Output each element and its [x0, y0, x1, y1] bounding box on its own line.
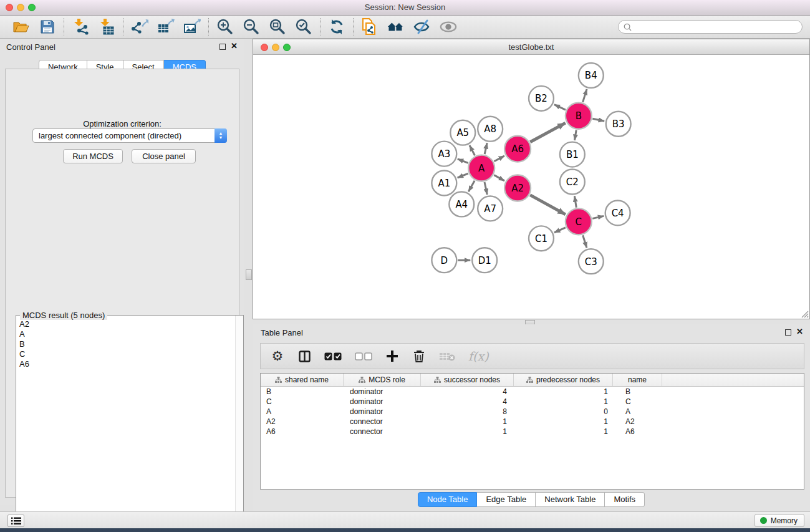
- column-header[interactable]: MCDS role: [344, 374, 421, 386]
- search-input[interactable]: [635, 22, 797, 31]
- graph-node-A1[interactable]: A1: [432, 171, 456, 196]
- table-row[interactable]: Bdominator41B: [261, 387, 804, 397]
- network-window-titlebar[interactable]: testGlobe.txt: [253, 39, 809, 55]
- table-cell[interactable]: A2: [261, 417, 344, 427]
- table-cell[interactable]: B: [613, 387, 662, 397]
- graph-node-C[interactable]: C: [566, 208, 592, 235]
- graph-node-A5[interactable]: A5: [450, 120, 475, 145]
- zoom-fit-icon[interactable]: [269, 19, 286, 35]
- table-cell[interactable]: A6: [261, 427, 344, 437]
- zoom-selected-icon[interactable]: [295, 19, 312, 35]
- table-cell[interactable]: 1: [514, 387, 613, 397]
- graph-edge-A-A1[interactable]: [458, 173, 468, 178]
- eye-icon[interactable]: [440, 19, 457, 35]
- graph-edge-A-A6[interactable]: [494, 156, 504, 162]
- save-session-icon[interactable]: [39, 19, 56, 35]
- graph-edge-A-A3[interactable]: [458, 159, 468, 163]
- column-manage-icon[interactable]: [297, 348, 311, 364]
- table-row[interactable]: A2connector11A2: [261, 417, 804, 427]
- network-canvas[interactable]: B4B2BB3A5A8A6B1A3AC2A1A2A4A7C4CC1C3DD1: [253, 56, 809, 319]
- graph-edge-C-C1[interactable]: [554, 228, 566, 233]
- table-cell[interactable]: dominator: [344, 387, 421, 397]
- tab-node-table[interactable]: Node Table: [418, 492, 478, 507]
- graph-node-B4[interactable]: B4: [579, 63, 604, 88]
- graph-edge-C-C2[interactable]: [574, 196, 576, 208]
- search-field[interactable]: [618, 20, 803, 34]
- table-cell[interactable]: 0: [514, 407, 613, 417]
- memory-button[interactable]: Memory: [755, 514, 804, 527]
- mcds-result-item[interactable]: A: [17, 329, 234, 339]
- zoom-in-icon[interactable]: [216, 19, 234, 35]
- tab-edge-table[interactable]: Edge Table: [477, 492, 536, 507]
- table-row[interactable]: Adominator80A: [261, 407, 804, 417]
- graph-node-A4[interactable]: A4: [449, 191, 474, 216]
- graph-edge-A6-B[interactable]: [530, 123, 566, 142]
- graph-edge-A-A2[interactable]: [494, 175, 504, 181]
- duplicate-network-icon[interactable]: [361, 19, 378, 35]
- table-row[interactable]: Cdominator41C: [261, 397, 804, 407]
- graph-node-B1[interactable]: B1: [560, 142, 585, 167]
- graph-edge-A-A4[interactable]: [468, 181, 475, 192]
- graph-edge-B-B2[interactable]: [554, 105, 566, 110]
- tab-motifs[interactable]: Motifs: [605, 492, 645, 507]
- table-cell[interactable]: 1: [421, 417, 514, 427]
- table-cell[interactable]: 8: [421, 407, 514, 417]
- graph-node-C2[interactable]: C2: [560, 170, 585, 195]
- home-icon[interactable]: [387, 19, 405, 35]
- table-cell[interactable]: 4: [421, 397, 514, 407]
- table-cell[interactable]: 1: [514, 427, 613, 437]
- graph-edge-A-A8[interactable]: [485, 143, 487, 154]
- run-mcds-button[interactable]: Run MCDS: [63, 149, 123, 163]
- graph-node-B2[interactable]: B2: [529, 86, 554, 111]
- column-header[interactable]: successor nodes: [421, 374, 514, 386]
- float-panel-icon[interactable]: [219, 44, 226, 50]
- graph-node-D[interactable]: D: [432, 248, 456, 273]
- graph-edge-B-B1[interactable]: [574, 130, 576, 140]
- delete-column-icon[interactable]: [412, 348, 426, 364]
- table-cell[interactable]: 1: [514, 417, 613, 427]
- tab-network-table[interactable]: Network Table: [536, 492, 605, 507]
- mcds-result-item[interactable]: A2: [17, 319, 234, 329]
- select-all-icon[interactable]: [324, 348, 342, 364]
- column-header[interactable]: predecessor nodes: [514, 374, 613, 386]
- graph-node-D1[interactable]: D1: [472, 248, 497, 273]
- table-cell[interactable]: 4: [421, 387, 514, 397]
- table-cell[interactable]: 1: [514, 397, 613, 407]
- table-cell[interactable]: A: [613, 407, 662, 417]
- graph-edge-B-B3[interactable]: [592, 118, 604, 121]
- table-cell[interactable]: B: [261, 387, 344, 397]
- graph-edge-A2-C[interactable]: [530, 195, 566, 215]
- close-panel-icon[interactable]: ✕: [231, 41, 238, 51]
- graph-node-C3[interactable]: C3: [579, 249, 604, 274]
- zoom-out-icon[interactable]: [243, 19, 260, 35]
- deselect-all-icon[interactable]: [355, 348, 372, 364]
- refresh-icon[interactable]: [328, 19, 345, 35]
- open-session-icon[interactable]: [12, 19, 30, 35]
- graph-node-B3[interactable]: B3: [606, 112, 631, 137]
- export-image-icon[interactable]: [183, 19, 201, 35]
- graph-edge-C-C4[interactable]: [592, 216, 604, 218]
- graph-node-A2[interactable]: A2: [504, 175, 531, 201]
- table-cell[interactable]: A2: [613, 417, 662, 427]
- task-history-button[interactable]: [7, 515, 24, 527]
- graph-edge-C-C3[interactable]: [583, 235, 587, 248]
- column-header[interactable]: shared name: [261, 374, 344, 386]
- export-network-icon[interactable]: [131, 19, 148, 35]
- import-network-icon[interactable]: [72, 19, 89, 35]
- table-cell[interactable]: connector: [344, 417, 421, 427]
- table-cell[interactable]: A: [261, 407, 344, 417]
- table-cell[interactable]: C: [261, 397, 344, 407]
- delete-table-icon[interactable]: [439, 348, 455, 364]
- criterion-dropdown[interactable]: largest connected component (directed) ▲…: [32, 128, 227, 143]
- resize-grip-icon[interactable]: [799, 309, 809, 318]
- graph-edge-A-A7[interactable]: [485, 182, 487, 195]
- graph-node-A3[interactable]: A3: [432, 142, 456, 167]
- graph-edge-B-B4[interactable]: [583, 89, 587, 102]
- graph-node-B[interactable]: B: [566, 103, 592, 129]
- graph-node-A[interactable]: A: [468, 155, 494, 181]
- graph-node-A7[interactable]: A7: [478, 196, 503, 221]
- apply-function-icon[interactable]: f(x): [468, 348, 489, 364]
- table-cell[interactable]: connector: [344, 427, 421, 437]
- hide-panels-icon[interactable]: [413, 19, 431, 35]
- mcds-result-item[interactable]: B: [17, 339, 234, 349]
